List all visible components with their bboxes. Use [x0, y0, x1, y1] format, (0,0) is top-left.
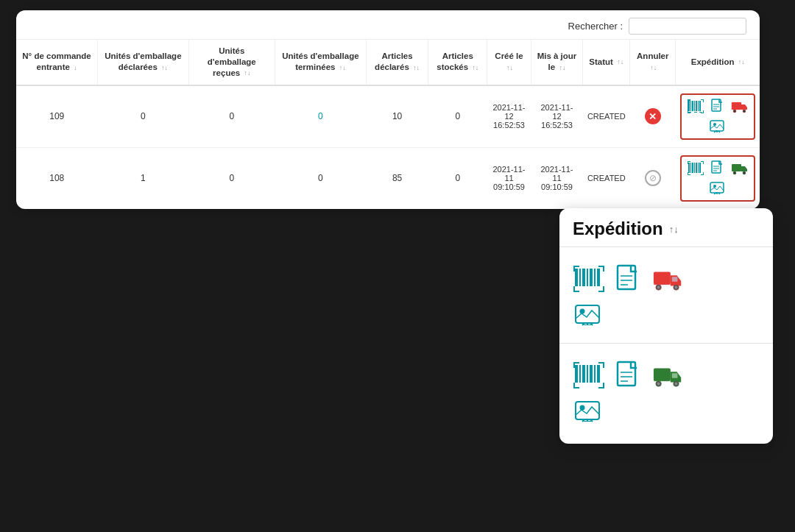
sort-icon-expedition[interactable]: ↑↓ — [738, 58, 745, 67]
zoom-icons-row1-top — [573, 263, 685, 296]
svg-point-88 — [580, 309, 585, 314]
expedition-actions-108 — [680, 155, 755, 202]
barcode-icon[interactable] — [686, 98, 705, 116]
svg-rect-98 — [594, 365, 596, 383]
svg-point-120 — [580, 405, 585, 411]
sort-icon-finished-pkg[interactable]: ↑↓ — [339, 64, 346, 73]
expedition-bottom-row-108 — [708, 180, 727, 197]
svg-rect-94 — [579, 365, 581, 383]
truck-icon-red-zoom[interactable] — [652, 263, 685, 296]
svg-rect-8 — [694, 101, 695, 111]
sort-icon-created-at[interactable]: ↑↓ — [506, 64, 513, 73]
svg-rect-65 — [590, 269, 593, 286]
cell-order-109: 109 — [16, 85, 98, 148]
svg-point-32 — [743, 110, 746, 113]
zoom-sort-icon[interactable]: ↑↓ — [669, 224, 679, 235]
zoom-row-1 — [559, 247, 773, 344]
sort-icon-order[interactable]: ↓ — [74, 64, 77, 73]
zoom-panel-header: Expédition ↑↓ — [559, 208, 773, 247]
zoom-row-2 — [559, 344, 773, 444]
svg-point-58 — [743, 171, 746, 174]
svg-rect-96 — [587, 365, 588, 383]
expedition-bottom-row-109 — [708, 118, 727, 135]
svg-point-115 — [657, 383, 660, 386]
svg-rect-95 — [582, 365, 585, 383]
col-created-at: Créé le ↑↓ — [487, 40, 531, 85]
image-icon[interactable] — [708, 118, 727, 135]
expedition-top-row-109 — [686, 98, 749, 116]
table-row: 109 0 0 0 10 0 2021-11-1216:52:53 2021-1… — [16, 85, 760, 148]
cell-cancel-109: ✕ — [630, 85, 676, 148]
svg-rect-81 — [672, 277, 678, 282]
sort-icon-declared-pkg[interactable]: ↑↓ — [161, 64, 168, 73]
sort-icon-cancel[interactable]: ↑↓ — [650, 64, 657, 73]
truck-icon-green[interactable] — [730, 160, 749, 177]
svg-point-31 — [733, 110, 736, 113]
expedition-actions-109 — [680, 93, 755, 140]
svg-rect-99 — [597, 365, 600, 383]
cell-status-109: CREATED — [583, 85, 630, 148]
barcode-icon[interactable] — [573, 360, 605, 392]
table-row: 108 1 0 0 85 0 2021-11-1109:10:59 2021-1… — [16, 147, 760, 209]
svg-rect-19 — [688, 99, 688, 102]
document-icon[interactable] — [708, 160, 727, 177]
svg-rect-6 — [690, 101, 691, 111]
svg-rect-107 — [603, 383, 604, 389]
svg-point-85 — [675, 286, 678, 289]
sort-icon-received-pkg[interactable]: ↑↓ — [244, 69, 250, 78]
svg-rect-25 — [703, 110, 704, 113]
cancel-grey-icon[interactable]: ⊘ — [645, 170, 661, 186]
cell-updated-at-108: 2021-11-1109:10:59 — [531, 147, 583, 209]
truck-icon-green-zoom[interactable] — [652, 360, 685, 392]
zoom-icons-row2-top — [573, 360, 685, 392]
barcode-icon[interactable] — [573, 263, 605, 296]
svg-rect-12 — [688, 112, 691, 113]
svg-rect-62 — [579, 269, 581, 286]
document-icon[interactable] — [708, 98, 727, 116]
svg-rect-67 — [597, 269, 600, 286]
svg-rect-80 — [654, 272, 671, 284]
sort-icon-stocked-articles[interactable]: ↑↓ — [472, 64, 478, 73]
col-declared-pkg: Unités d'emballage déclarées ↑↓ — [98, 40, 189, 85]
svg-rect-93 — [575, 365, 578, 383]
svg-rect-124 — [584, 421, 591, 422]
svg-rect-39 — [692, 163, 693, 173]
svg-rect-92 — [584, 324, 591, 325]
search-input[interactable] — [629, 18, 746, 35]
zoom-panel: Expédition ↑↓ — [559, 208, 773, 444]
truck-icon-red[interactable] — [730, 98, 749, 116]
image-icon[interactable] — [574, 398, 602, 426]
table-header-row: N° de commande entrante ↓ Unités d'embal… — [16, 40, 760, 85]
document-icon[interactable] — [612, 263, 645, 296]
cancel-red-icon[interactable]: ✕ — [645, 108, 661, 124]
search-label: Rechercher : — [568, 21, 623, 32]
zoom-panel-title: Expédition — [573, 219, 663, 239]
svg-rect-69 — [573, 266, 575, 272]
svg-rect-112 — [654, 368, 671, 380]
svg-rect-40 — [694, 163, 695, 173]
svg-rect-71 — [603, 266, 604, 272]
sort-icon-declared-articles[interactable]: ↑↓ — [413, 64, 420, 73]
svg-rect-30 — [732, 102, 741, 110]
cell-created-at-109: 2021-11-1216:52:53 — [487, 85, 531, 148]
svg-rect-75 — [603, 286, 604, 292]
svg-rect-23 — [688, 110, 688, 113]
svg-rect-76 — [618, 266, 635, 289]
orders-table: N° de commande entrante ↓ Unités d'embal… — [16, 40, 760, 209]
cell-stocked-articles-108: 0 — [428, 147, 487, 209]
svg-rect-101 — [573, 362, 575, 368]
cell-created-at-108: 2021-11-1109:10:59 — [487, 147, 531, 209]
document-icon[interactable] — [612, 360, 645, 392]
svg-rect-41 — [696, 163, 697, 173]
cell-declared-pkg-109: 0 — [98, 85, 189, 148]
barcode-icon[interactable] — [686, 160, 705, 177]
svg-rect-38 — [690, 163, 691, 173]
svg-rect-13 — [694, 112, 697, 113]
col-updated-at: Mis à jour le ↑↓ — [531, 40, 583, 85]
image-icon[interactable] — [708, 180, 727, 197]
sort-icon-status[interactable]: ↑↓ — [617, 58, 623, 67]
svg-rect-37 — [688, 163, 690, 173]
image-icon[interactable] — [574, 302, 602, 330]
svg-rect-7 — [692, 101, 693, 111]
sort-icon-updated-at[interactable]: ↑↓ — [559, 64, 565, 73]
